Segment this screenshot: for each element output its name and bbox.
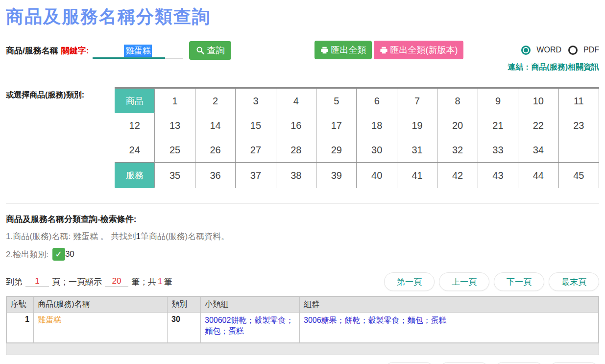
class-cell-43[interactable]: 43 [478, 163, 518, 188]
class-cell-40[interactable]: 40 [357, 163, 397, 188]
class-cell-24[interactable]: 24 [115, 138, 155, 162]
subgroup-link[interactable]: 300602餅乾；穀製零食；麵包；蛋糕 [205, 316, 293, 335]
group-link[interactable]: 3006糖果；餅乾；穀製零食；麵包；蛋糕 [304, 316, 447, 324]
related-info-link[interactable]: 連結：商品(服務)相關資訊 [508, 62, 599, 73]
class-cell-22[interactable]: 22 [518, 113, 558, 138]
class-cell-10[interactable]: 10 [518, 89, 558, 113]
class-grid: 商品 1 2 3 4 5 6 7 8 9 10 11 12 13 14 15 1… [115, 87, 599, 188]
class-cell-16[interactable]: 16 [276, 113, 316, 138]
first-page-button[interactable]: 第一頁 [384, 362, 435, 364]
export-all-label: 匯出全類 [331, 44, 366, 56]
last-page-button[interactable]: 最末頁 [549, 362, 599, 364]
format-radio-group: WORD PDF [521, 41, 599, 59]
class-cell-37[interactable]: 37 [236, 163, 276, 188]
printer-icon [380, 46, 388, 54]
prev-page-button[interactable]: 上一頁 [439, 272, 489, 291]
first-page-button[interactable]: 第一頁 [384, 272, 435, 291]
pagination-top: 到第 頁；一頁顯示 筆；共 1 筆 第一頁 上一頁 下一頁 最末頁 [6, 272, 599, 291]
class-cell-19[interactable]: 19 [397, 113, 437, 138]
result-count: 1 [136, 232, 140, 242]
export-all-new-button[interactable]: 匯出全類(新版本) [374, 41, 463, 59]
export-all-button[interactable]: 匯出全類 [315, 41, 372, 59]
section-divider [6, 203, 599, 204]
check-icon: ✓ [55, 249, 62, 260]
class-cell-39[interactable]: 39 [316, 163, 357, 188]
to-page-label: 到第 [6, 276, 23, 288]
class-checkbox-checked[interactable]: ✓ [52, 248, 65, 261]
class-cell-20[interactable]: 20 [437, 113, 478, 138]
class-cell-35[interactable]: 35 [155, 163, 195, 188]
format-option-pdf[interactable]: PDF [568, 46, 599, 55]
goods-name-link[interactable]: 雞蛋糕 [38, 315, 61, 324]
class-cell-27[interactable]: 27 [236, 138, 276, 162]
detected-class-number: 30 [65, 249, 74, 259]
format-option-word[interactable]: WORD [521, 46, 561, 55]
class-cell-15[interactable]: 15 [236, 113, 276, 138]
class-cell-38[interactable]: 38 [276, 163, 316, 188]
next-page-button[interactable]: 下一頁 [494, 362, 544, 364]
condition-1-text: 1.商品(服務)名稱: 雞蛋糕 。 共找到 [6, 231, 136, 242]
per-page-suffix-label: 筆；共 [131, 276, 156, 288]
pdf-option-label: PDF [583, 46, 599, 54]
class-cell-26[interactable]: 26 [195, 138, 236, 162]
class-cell-7[interactable]: 7 [397, 89, 437, 113]
row-class: 30 [168, 313, 201, 343]
class-cell-29[interactable]: 29 [316, 138, 357, 162]
pagination-buttons: 第一頁 上一頁 下一頁 最末頁 [384, 272, 599, 291]
class-cell-23[interactable]: 23 [559, 113, 599, 138]
next-page-button[interactable]: 下一頁 [494, 272, 544, 291]
class-cell-14[interactable]: 14 [195, 113, 236, 138]
class-cell-28[interactable]: 28 [276, 138, 316, 162]
class-cell-42[interactable]: 42 [437, 163, 478, 188]
class-cell-3[interactable]: 3 [236, 89, 276, 113]
class-cell-30[interactable]: 30 [357, 138, 397, 162]
class-cell-18[interactable]: 18 [357, 113, 397, 138]
pagination-buttons: 第一頁 上一頁 下一頁 最末頁 [384, 362, 599, 364]
export-buttons: 匯出全類 匯出全類(新版本) [315, 41, 463, 59]
class-cell-9[interactable]: 9 [478, 89, 518, 113]
last-page-button[interactable]: 最末頁 [549, 272, 599, 291]
keyword-input[interactable]: 雞蛋糕 [93, 42, 183, 59]
search-button[interactable]: 查詢 [189, 41, 231, 60]
class-cell-33[interactable]: 33 [478, 138, 518, 162]
page: 商品及服務名稱分類查詢 商品/服務名稱 關鍵字: 雞蛋糕 查詢 [0, 0, 605, 364]
class-cell-36[interactable]: 36 [195, 163, 236, 188]
class-cell-8[interactable]: 8 [437, 89, 478, 113]
class-cell-41[interactable]: 41 [397, 163, 437, 188]
per-page-input[interactable] [105, 276, 128, 287]
condition-1-suffix: 筆商品(服務)名稱資料。 [141, 231, 229, 242]
class-cell-25[interactable]: 25 [155, 138, 195, 162]
class-cell-44[interactable]: 44 [518, 163, 558, 188]
keyword-search-group: 商品/服務名稱 關鍵字: 雞蛋糕 查詢 [6, 41, 231, 60]
table-row: 1 雞蛋糕 30 300602餅乾；穀製零食；麵包；蛋糕 3006糖果；餅乾；穀… [7, 313, 599, 343]
class-cell-21[interactable]: 21 [478, 113, 518, 138]
class-cell-45[interactable]: 45 [559, 163, 599, 188]
class-cell-11[interactable]: 11 [559, 89, 599, 113]
prev-page-button[interactable]: 上一頁 [439, 362, 489, 364]
page-number-input[interactable] [25, 276, 49, 287]
radio-unselected-icon[interactable] [568, 46, 578, 55]
search-toolbar: 商品/服務名稱 關鍵字: 雞蛋糕 查詢 [6, 41, 599, 73]
class-cell-17[interactable]: 17 [316, 113, 357, 138]
class-grid-row-services: 服務 35 36 37 38 39 40 41 42 43 44 45 [115, 162, 599, 188]
table-header-row: 序號 商品(服務)名稱 類別 小類組 組群 [7, 297, 599, 313]
class-cell-31[interactable]: 31 [397, 138, 437, 162]
class-grid-row-goods: 商品 1 2 3 4 5 6 7 8 9 10 11 [115, 89, 599, 113]
class-cell-6[interactable]: 6 [357, 89, 397, 113]
class-cell-13[interactable]: 13 [155, 113, 195, 138]
col-header-class: 類別 [168, 297, 201, 313]
col-header-name: 商品(服務)名稱 [34, 297, 168, 313]
radio-selected-icon[interactable] [521, 46, 531, 55]
class-cell-1[interactable]: 1 [155, 89, 195, 113]
total-suffix-label: 筆 [164, 276, 172, 288]
class-cell-5[interactable]: 5 [316, 89, 357, 113]
class-cell-4[interactable]: 4 [276, 89, 316, 113]
class-cell-2[interactable]: 2 [195, 89, 236, 113]
class-cell-34[interactable]: 34 [518, 138, 558, 162]
col-header-seq: 序號 [7, 297, 34, 313]
table-footer-bar [6, 343, 599, 355]
class-cell-32[interactable]: 32 [437, 138, 478, 162]
class-cell-12[interactable]: 12 [115, 113, 155, 138]
col-header-subgroup: 小類組 [201, 297, 300, 313]
page-title: 商品及服務名稱分類查詢 [6, 5, 599, 29]
